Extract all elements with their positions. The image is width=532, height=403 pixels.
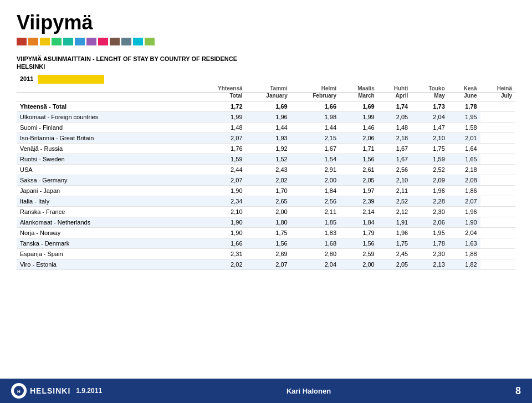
row-cell: 2,05	[340, 175, 378, 186]
row-cell: 2,12	[378, 207, 412, 217]
row-cell: 1,48	[378, 123, 412, 133]
row-label: Japani - Japan	[17, 186, 195, 196]
row-cell: 1,72	[195, 101, 245, 112]
row-cell: 1,93	[246, 133, 291, 144]
row-cell: 2,45	[378, 249, 412, 259]
row-cell: 1,90	[195, 228, 245, 238]
color-block	[121, 38, 131, 45]
table-row: Viro - Estonia2,022,072,042,002,052,131,…	[17, 259, 515, 270]
row-cell: 1,71	[340, 144, 378, 154]
table-row: Tanska - Denmark1,661,561,681,561,751,78…	[17, 238, 515, 249]
row-cell: 2,52	[378, 196, 412, 207]
row-cell: 1,96	[246, 112, 291, 123]
color-block	[17, 38, 27, 45]
header-row-en: TotalJanuaryFebruaryMarchAprilMayJuneJul…	[17, 93, 515, 101]
row-cell: 1,67	[291, 144, 340, 154]
row-cell: 2,05	[378, 259, 412, 270]
row-label: Iso-Britannia - Great Britain	[17, 133, 195, 144]
row-cell: 1,95	[448, 112, 480, 123]
row-cell: 1,59	[411, 154, 448, 165]
row-label: Italia - Italy	[17, 196, 195, 207]
row-cell: 1,65	[448, 154, 480, 165]
row-cell: 1,79	[340, 228, 378, 238]
table-row: Norja - Norway1,901,751,831,791,961,952,…	[17, 228, 515, 238]
col-header-fi-6: Touko	[411, 85, 448, 93]
row-cell: 2,10	[411, 133, 448, 144]
col-header-en-8: July	[480, 93, 515, 101]
row-cell: 1,66	[291, 101, 340, 112]
row-cell: 2,34	[195, 196, 245, 207]
row-cell: 2,00	[246, 207, 291, 217]
row-label: Espanja - Spain	[17, 249, 195, 259]
table-row: Venäjä - Russia1,761,921,671,711,671,751…	[17, 144, 515, 154]
col-header-en-5: April	[378, 93, 412, 101]
row-cell: 1,52	[246, 154, 291, 165]
row-cell: 2,28	[411, 196, 448, 207]
table-row: Ulkomaat - Foreign countries1,991,961,98…	[17, 112, 515, 123]
row-cell: 2,02	[246, 175, 291, 186]
col-header-en-6: May	[411, 93, 448, 101]
footer-logo: H HELSINKI	[11, 383, 70, 399]
row-cell: 1,96	[378, 228, 412, 238]
row-cell: 1,85	[291, 217, 340, 228]
row-cell: 1,98	[291, 112, 340, 123]
row-cell: 1,82	[448, 259, 480, 270]
row-cell: 1,96	[448, 207, 480, 217]
color-block	[133, 38, 143, 45]
row-label: Tanska - Denmark	[17, 238, 195, 249]
row-cell: 1,69	[340, 101, 378, 112]
row-label: Ranska - France	[17, 207, 195, 217]
row-cell: 2,43	[246, 165, 291, 175]
row-cell: 2,05	[378, 112, 412, 123]
row-cell: 1,99	[340, 112, 378, 123]
row-cell: 2,08	[448, 175, 480, 186]
color-block	[86, 38, 96, 45]
row-cell: 2,07	[195, 175, 245, 186]
year-bar	[38, 75, 104, 84]
table-body: Yhteensä - Total1,721,691,661,691,741,73…	[17, 101, 515, 270]
color-block	[145, 38, 155, 45]
row-cell: 2,30	[411, 249, 448, 259]
col-header-fi-1: Yhteensä	[195, 85, 245, 93]
color-block	[75, 38, 85, 45]
row-cell: 1,56	[340, 238, 378, 249]
row-label: Viro - Estonia	[17, 259, 195, 270]
location: HELSINKI	[17, 63, 515, 70]
row-cell: 1,78	[448, 101, 480, 112]
row-label: Suomi - Finland	[17, 123, 195, 133]
row-cell: 2,06	[340, 133, 378, 144]
col-header-fi-5: Huhti	[378, 85, 412, 93]
row-cell: 1,75	[246, 228, 291, 238]
table-row: Espanja - Spain2,312,692,802,592,452,301…	[17, 249, 515, 259]
row-cell: 2,31	[195, 249, 245, 259]
row-cell: 1,47	[411, 123, 448, 133]
row-cell: 1,54	[291, 154, 340, 165]
table-row: Japani - Japan1,901,701,841,972,111,961,…	[17, 186, 515, 196]
col-header-en-2: January	[246, 93, 291, 101]
subtitle: VIIPYMÄ ASUINMAITTAIN - LENGHT OF STAY B…	[17, 55, 515, 62]
col-header-en-7: June	[448, 93, 480, 101]
row-cell: 1,90	[448, 217, 480, 228]
row-cell: 1,92	[246, 144, 291, 154]
row-label: Norja - Norway	[17, 228, 195, 238]
row-label: Saksa - Germany	[17, 175, 195, 186]
color-block	[28, 38, 38, 45]
row-cell: 1,73	[411, 101, 448, 112]
col-header-fi-8: Heinä	[480, 85, 515, 93]
row-cell: 2,13	[411, 259, 448, 270]
row-cell: 2,18	[378, 133, 412, 144]
col-header-fi-4: Maalis	[340, 85, 378, 93]
row-cell: 2,11	[291, 207, 340, 217]
row-cell: 2,10	[195, 207, 245, 217]
row-cell: 2,09	[411, 175, 448, 186]
row-label: Yhteensä - Total	[17, 101, 195, 112]
row-cell: 1,96	[411, 186, 448, 196]
row-cell: 2,14	[340, 207, 378, 217]
col-header-fi-0	[17, 85, 195, 93]
row-cell: 2,07	[246, 259, 291, 270]
row-cell: 2,00	[340, 259, 378, 270]
table-row: Ruotsi - Sweden1,591,521,541,561,671,591…	[17, 154, 515, 165]
col-header-en-1: Total	[195, 93, 245, 101]
row-cell: 1,75	[411, 144, 448, 154]
logo-text: HELSINKI	[30, 386, 70, 395]
